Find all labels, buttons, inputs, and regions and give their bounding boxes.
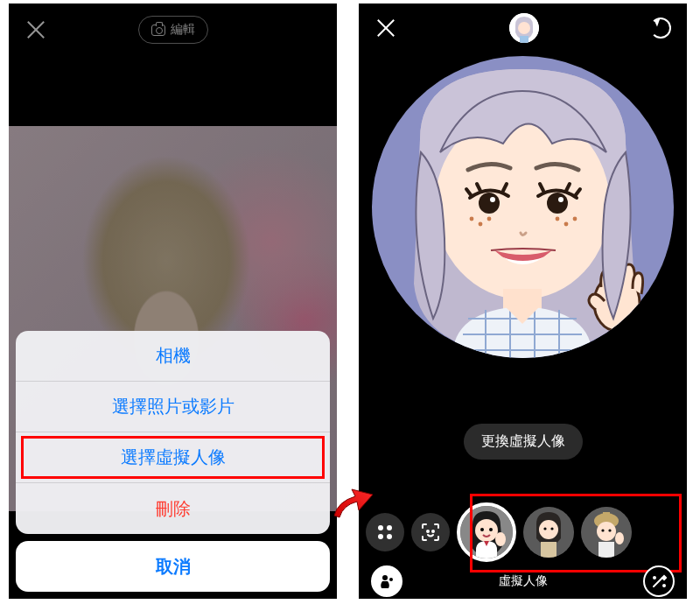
svg-point-49 xyxy=(601,529,604,531)
svg-point-12 xyxy=(547,193,568,214)
grid-icon[interactable] xyxy=(366,513,404,551)
svg-point-34 xyxy=(432,530,434,532)
bottom-label: 虛擬人像 xyxy=(499,573,548,589)
svg-point-55 xyxy=(654,577,655,579)
sheet-item-photo-video[interactable]: 選擇照片或影片 xyxy=(16,382,330,432)
svg-point-14 xyxy=(470,217,474,221)
left-screenshot: 編輯 相機 選擇照片或影片 選擇虛擬人像 刪除 xyxy=(9,4,337,599)
right-header xyxy=(359,4,687,53)
svg-rect-51 xyxy=(598,542,614,558)
cancel-label: 取消 xyxy=(156,555,191,579)
svg-point-39 xyxy=(495,532,506,546)
sheet-item-delete[interactable]: 刪除 xyxy=(16,483,330,534)
sheet-label: 選擇照片或影片 xyxy=(112,395,234,418)
svg-rect-44 xyxy=(541,542,556,558)
svg-point-17 xyxy=(556,217,560,221)
svg-point-16 xyxy=(487,217,492,221)
svg-point-30 xyxy=(387,525,392,530)
pose-icon[interactable] xyxy=(371,565,402,597)
avatar-preview xyxy=(372,56,674,358)
svg-point-10 xyxy=(479,193,500,214)
sheet-label: 選擇虛擬人像 xyxy=(121,446,226,469)
svg-point-32 xyxy=(387,534,392,539)
current-avatar-thumb[interactable] xyxy=(509,13,539,43)
svg-point-29 xyxy=(378,525,383,530)
avatar-option-1[interactable] xyxy=(457,502,516,562)
sheet-label: 相機 xyxy=(156,344,191,368)
sheet-item-avatar[interactable]: 選擇虛擬人像 xyxy=(16,432,330,483)
svg-point-56 xyxy=(663,585,665,586)
svg-point-50 xyxy=(608,529,611,531)
change-avatar-label: 更換虛擬人像 xyxy=(481,433,565,448)
action-sheet: 相機 選擇照片或影片 選擇虛擬人像 刪除 取消 xyxy=(16,331,330,592)
change-avatar-button[interactable]: 更換虛擬人像 xyxy=(464,424,583,460)
sheet-item-camera[interactable]: 相機 xyxy=(16,331,330,382)
svg-rect-47 xyxy=(603,512,610,521)
svg-point-43 xyxy=(550,527,553,530)
right-screenshot: 更換虛擬人像 xyxy=(359,4,687,599)
svg-point-13 xyxy=(558,197,564,202)
svg-point-41 xyxy=(539,520,558,539)
svg-point-18 xyxy=(564,222,569,227)
svg-point-38 xyxy=(489,528,493,531)
svg-point-19 xyxy=(573,217,578,221)
magic-icon[interactable] xyxy=(643,565,675,597)
svg-point-11 xyxy=(490,197,495,202)
svg-point-31 xyxy=(378,534,383,539)
sheet-label: 刪除 xyxy=(156,497,191,521)
refresh-icon[interactable] xyxy=(650,18,671,39)
svg-point-48 xyxy=(597,522,616,541)
svg-point-53 xyxy=(382,575,388,580)
close-icon[interactable] xyxy=(374,17,397,39)
svg-point-52 xyxy=(615,532,624,544)
svg-point-37 xyxy=(480,528,484,531)
svg-point-1 xyxy=(518,22,530,34)
action-sheet-card: 相機 選擇照片或影片 選擇虛擬人像 刪除 xyxy=(16,331,330,534)
bottom-bar: 虛擬人像 xyxy=(359,564,687,599)
svg-point-33 xyxy=(427,530,429,532)
avatar-tray xyxy=(359,497,687,567)
svg-point-15 xyxy=(479,222,483,227)
svg-point-54 xyxy=(389,578,393,581)
cancel-button[interactable]: 取消 xyxy=(16,541,330,592)
svg-rect-2 xyxy=(520,36,528,43)
face-scan-icon[interactable] xyxy=(411,513,450,551)
avatar-option-3[interactable] xyxy=(581,507,632,558)
svg-point-42 xyxy=(543,527,546,530)
svg-point-36 xyxy=(475,519,498,542)
avatar-option-2[interactable] xyxy=(523,507,574,558)
